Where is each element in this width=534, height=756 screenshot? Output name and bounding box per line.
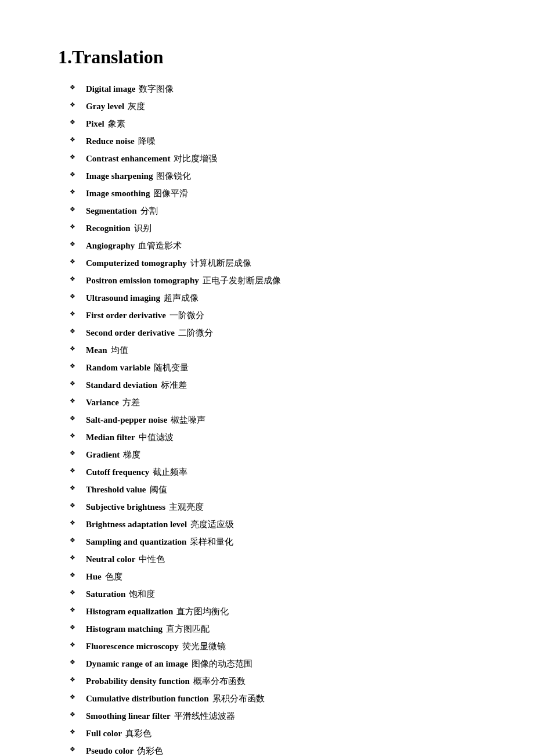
list-item: Hue色度 [70,570,476,584]
list-item: Digital image数字图像 [70,82,476,96]
term-english: Ultrasound imaging [86,293,160,303]
term-chinese: 梯度 [123,450,140,459]
term-english: Threshold value [86,485,146,494]
term-english: Mean [86,345,107,355]
list-item: Mean均值 [70,343,476,357]
list-item: Segmentation分割 [70,204,476,218]
list-item: Brightness adaptation level亮度适应级 [70,517,476,531]
term-chinese: 计算机断层成像 [190,258,251,268]
term-english: First order derivative [86,311,166,320]
list-item: Image sharpening图像锐化 [70,169,476,183]
term-chinese: 累积分布函数 [212,694,265,703]
term-english: Angiography [86,241,135,250]
term-chinese: 降噪 [138,136,156,146]
term-english: Salt-and-pepper noise [86,415,167,424]
term-chinese: 直方图均衡化 [176,607,229,616]
term-english: Positron emission tomography [86,276,199,285]
list-item: Angiography血管造影术 [70,239,476,253]
term-chinese: 方差 [122,398,140,407]
list-item: Computerized tomography计算机断层成像 [70,256,476,270]
term-chinese: 血管造影术 [138,241,182,250]
list-item: Dynamic range of an image图像的动态范围 [70,657,476,671]
list-item: First order derivative一阶微分 [70,308,476,322]
term-chinese: 均值 [111,345,128,355]
list-item: Gray level灰度 [70,99,476,113]
list-item: Pixel象素 [70,117,476,131]
term-english: Histogram matching [86,624,163,633]
term-english: Neutral color [86,555,135,564]
list-item: Neutral color中性色 [70,552,476,566]
translation-list: Digital image数字图像Gray level灰度Pixel象素Redu… [58,82,476,756]
term-chinese: 灰度 [128,102,145,111]
term-chinese: 主观亮度 [169,502,204,512]
term-english: Median filter [86,433,135,442]
list-item: Variance方差 [70,395,476,409]
list-item: Salt-and-pepper noise椒盐噪声 [70,413,476,427]
term-chinese: 平滑线性滤波器 [174,711,235,721]
term-chinese: 二阶微分 [178,328,213,337]
list-item: Saturation饱和度 [70,587,476,601]
term-english: Sampling and quantization [86,537,186,546]
list-item: Image smoothing图像平滑 [70,186,476,200]
term-chinese: 伪彩色 [137,746,163,755]
term-chinese: 荧光显微镜 [182,642,226,651]
term-english: Digital image [86,84,135,93]
term-chinese: 图像锐化 [156,171,191,181]
term-chinese: 色度 [105,572,122,581]
list-item: Subjective brightness主观亮度 [70,500,476,514]
term-english: Image sharpening [86,171,153,181]
list-item: Reduce noise降噪 [70,134,476,148]
term-english: Pixel [86,119,104,128]
list-item: Contrast enhancement对比度增强 [70,152,476,165]
term-chinese: 识别 [134,224,151,233]
list-item: Cumulative distribution function累积分布函数 [70,692,476,705]
term-chinese: 一阶微分 [169,311,204,320]
term-english: Gradient [86,450,120,459]
term-english: Cumulative distribution function [86,694,209,703]
term-english: Second order derivative [86,328,175,337]
term-english: Reduce noise [86,136,135,146]
list-item: Full color真彩色 [70,726,476,740]
term-english: Pseudo color [86,746,134,755]
term-english: Hue [86,572,102,581]
term-english: Variance [86,398,119,407]
list-item: Histogram equalization直方图均衡化 [70,604,476,618]
term-chinese: 概率分布函数 [193,676,246,686]
term-english: Segmentation [86,206,137,215]
list-item: Recognition识别 [70,221,476,235]
term-english: Fluorescence microscopy [86,642,179,651]
term-english: Probability density function [86,676,190,686]
term-chinese: 直方图匹配 [166,624,210,633]
term-english: Image smoothing [86,189,150,198]
term-english: Gray level [86,102,124,111]
term-chinese: 数字图像 [139,84,174,93]
list-item: Second order derivative二阶微分 [70,326,476,340]
term-english: Smoothing linear filter [86,711,171,721]
list-item: Threshold value阈值 [70,483,476,496]
term-chinese: 随机变量 [154,363,189,372]
term-chinese: 图像平滑 [153,189,188,198]
page-title: 1.Translation [58,46,476,68]
list-item: Sampling and quantization采样和量化 [70,535,476,549]
term-chinese: 分割 [140,206,158,215]
term-chinese: 中性色 [139,555,165,564]
term-english: Histogram equalization [86,607,173,616]
term-chinese: 真彩色 [125,729,151,738]
term-english: Saturation [86,589,125,599]
list-item: Fluorescence microscopy荧光显微镜 [70,639,476,653]
list-item: Ultrasound imaging超声成像 [70,291,476,305]
list-item: Random variable随机变量 [70,361,476,375]
term-chinese: 标准差 [161,380,187,390]
term-english: Random variable [86,363,150,372]
list-item: Gradient梯度 [70,448,476,462]
list-item: Probability density function概率分布函数 [70,674,476,688]
term-english: Cutoff frequency [86,467,149,477]
term-chinese: 采样和量化 [190,537,233,546]
list-item: Positron emission tomography正电子发射断层成像 [70,273,476,287]
term-chinese: 象素 [108,119,125,128]
list-item: Cutoff frequency截止频率 [70,465,476,479]
term-chinese: 中值滤波 [139,433,174,442]
term-chinese: 对比度增强 [174,154,217,163]
term-english: Brightness adaptation level [86,520,187,529]
term-chinese: 亮度适应级 [190,520,234,529]
